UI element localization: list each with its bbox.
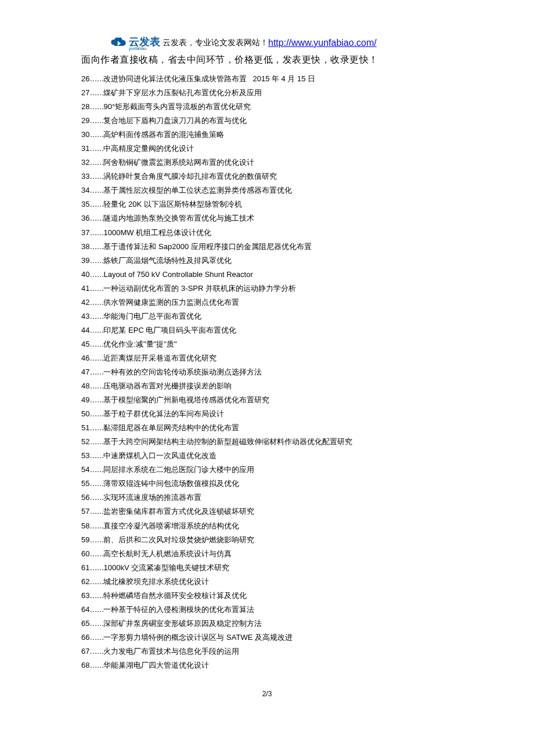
item-separator: …… (89, 256, 103, 265)
item-number: 43 (81, 312, 89, 321)
list-item: 52……基于大跨空间网架结构主动控制的新型超磁致伸缩材料作动器优化配置研究 (81, 435, 453, 449)
item-separator: …… (89, 479, 103, 488)
item-title: 压电驱动器布置对光栅拼接误差的影响 (103, 381, 232, 390)
item-number: 65 (81, 619, 89, 628)
list-item: 29……复合地层下盾构刀盘滚刀刀具的布置与优化 (81, 114, 453, 128)
list-item: 53……中速磨煤机入口一次风道优化改造 (81, 449, 453, 463)
item-title: 90°矩形截面弯头内置导流板的布置优化研究 (103, 102, 251, 111)
subheader: 面向作者直接收稿，省去中间环节，价格更低，发表更快，收录更快！ (81, 54, 453, 66)
list-item: 43……华能海门电厂总平面布置优化 (81, 309, 453, 323)
item-title: 轻量化 20K 以下温区斯特林型脉管制冷机 (103, 200, 241, 208)
item-title: 特种燃磷塔自然水循环安全校核计算及优化 (103, 591, 247, 600)
item-title: 城北橡胶坝充排水系统优化设计 (103, 577, 209, 586)
item-number: 30 (81, 130, 89, 139)
item-title: 涡轮静叶复合角度气膜冷却孔排布置优化的数值研究 (103, 172, 277, 181)
item-separator: …… (89, 298, 103, 307)
list-item: 59……前、后拱和二次风对垃圾焚烧炉燃烧影响研究 (81, 533, 453, 547)
item-number: 47 (81, 368, 89, 376)
document-page: 云发表 yunfabiao 云发表，专业论文发表网站！ http://www.y… (0, 0, 534, 721)
item-title: 基于大跨空间网架结构主动控制的新型超磁致伸缩材料作动器优化配置研究 (103, 437, 352, 446)
list-item: 38……基于遗传算法和 Sap2000 应用程序接口的金属阻尼器优化布置 (81, 240, 453, 254)
item-separator: …… (89, 144, 103, 153)
item-number: 38 (81, 242, 89, 251)
item-separator: …… (89, 591, 103, 600)
list-item: 39……炼铁厂高温烟气流场特性及排风罩优化 (81, 254, 453, 268)
item-title: 近距离煤层开采巷道布置优化研究 (103, 354, 217, 362)
item-title: 高炉料面传感器布置的混沌捕鱼策略 (103, 130, 224, 139)
list-item: 56……实现环流速度场的推流器布置 (81, 491, 453, 505)
item-number: 35 (81, 200, 89, 208)
item-separator: …… (89, 409, 103, 418)
item-title: 一种运动副优化布置的 3-SPR 并联机床的运动静力学分析 (103, 284, 296, 293)
list-item: 32……阿舍勒铜矿微震监测系统站网布置的优化设计 (81, 156, 453, 170)
item-number: 33 (81, 172, 89, 181)
list-item: 34……基于属性层次模型的单工位状态监测异类传感器布置优化 (81, 183, 453, 197)
item-number: 68 (81, 661, 89, 669)
item-number: 44 (81, 326, 89, 334)
item-number: 64 (81, 605, 89, 614)
item-number: 40 (81, 270, 89, 279)
list-item: 68……华能巢湖电厂四大管道优化设计 (81, 658, 453, 672)
item-separator: …… (89, 312, 103, 321)
list-item: 54……同层排水系统在二炮总医院门诊大楼中的应用 (81, 463, 453, 477)
page-header: 云发表 yunfabiao 云发表，专业论文发表网站！ http://www.y… (81, 35, 453, 66)
item-title: 火力发电厂布置技术与信息化手段的运用 (103, 647, 239, 656)
item-separator: …… (89, 284, 103, 293)
item-title: 复合地层下盾构刀盘滚刀刀具的布置与优化 (103, 116, 247, 125)
article-list: 26……改进协同进化算法优化液压集成块管路布置2015 年 4 月 15 日27… (81, 72, 453, 672)
header-link[interactable]: http://www.yunfabiao.com/ (268, 38, 377, 48)
item-number: 49 (81, 395, 89, 404)
item-number: 28 (81, 102, 89, 111)
item-title: 优化作业:减"量"提"质" (103, 340, 176, 348)
item-separator: …… (89, 74, 103, 83)
item-number: 54 (81, 465, 89, 474)
list-item: 55……薄带双辊连铸中间包流场数值模拟及优化 (81, 477, 453, 491)
item-separator: …… (89, 521, 103, 530)
item-number: 61 (81, 563, 89, 572)
list-item: 28……90°矩形截面弯头内置导流板的布置优化研究 (81, 100, 453, 114)
item-title: 华能巢湖电厂四大管道优化设计 (103, 661, 209, 669)
item-separator: …… (89, 88, 103, 97)
list-item: 66……一字形剪力墙特例的概念设计误区与 SATWE 及高规改进 (81, 631, 453, 645)
list-item: 65……深部矿井泵房硐室变形破坏原因及稳定控制方法 (81, 617, 453, 631)
item-title: 1000kV 交流紧凑型输电关键技术研究 (103, 563, 229, 572)
item-separator: …… (89, 507, 103, 516)
item-separator: …… (89, 172, 103, 181)
item-title: 基于粒子群优化算法的车间布局设计 (103, 409, 224, 418)
item-number: 63 (81, 591, 89, 600)
item-title: 供水管网健康监测的压力监测点优化布置 (103, 298, 239, 307)
list-item: 47……一种有效的空间齿轮传动系统振动测点选择方法 (81, 365, 453, 379)
item-title: 同层排水系统在二炮总医院门诊大楼中的应用 (103, 465, 254, 474)
item-number: 57 (81, 507, 89, 516)
item-separator: …… (89, 535, 103, 544)
item-number: 62 (81, 577, 89, 586)
item-separator: …… (89, 381, 103, 390)
item-number: 46 (81, 354, 89, 362)
item-separator: …… (89, 354, 103, 362)
item-title: 中速磨煤机入口一次风道优化改造 (103, 451, 217, 460)
item-separator: …… (89, 605, 103, 614)
item-title: 一字形剪力墙特例的概念设计误区与 SATWE 及高规改进 (103, 633, 292, 642)
list-item: 44……印尼某 EPC 电厂项目码头平面布置优化 (81, 323, 453, 337)
list-item: 51……黏滞阻尼器在单层网壳结构中的优化布置 (81, 421, 453, 435)
item-number: 66 (81, 633, 89, 642)
item-number: 60 (81, 549, 89, 558)
item-number: 31 (81, 144, 89, 153)
item-number: 51 (81, 423, 89, 432)
logo-text-block: 云发表 yunfabiao (129, 35, 160, 51)
item-separator: …… (89, 158, 103, 167)
logo-line: 云发表 yunfabiao 云发表，专业论文发表网站！ http://www.y… (110, 35, 453, 51)
list-item: 63……特种燃磷塔自然水循环安全校核计算及优化 (81, 589, 453, 603)
list-item: 50……基于粒子群优化算法的车间布局设计 (81, 407, 453, 421)
list-item: 37……1000MW 机组工程总体设计优化 (81, 226, 453, 240)
item-number: 39 (81, 256, 89, 265)
item-number: 34 (81, 186, 89, 195)
item-title: 基于模型缩聚的广州新电视塔传感器优化布置研究 (103, 395, 269, 404)
item-number: 29 (81, 116, 89, 125)
item-number: 26 (81, 74, 89, 83)
list-item: 49……基于模型缩聚的广州新电视塔传感器优化布置研究 (81, 393, 453, 407)
list-item: 67……火力发电厂布置技术与信息化手段的运用 (81, 645, 453, 658)
item-separator: …… (89, 130, 103, 139)
item-title: 煤矿井下穿层水力压裂钻孔布置优化分析及应用 (103, 88, 262, 97)
item-title: 黏滞阻尼器在单层网壳结构中的优化布置 (103, 423, 239, 432)
